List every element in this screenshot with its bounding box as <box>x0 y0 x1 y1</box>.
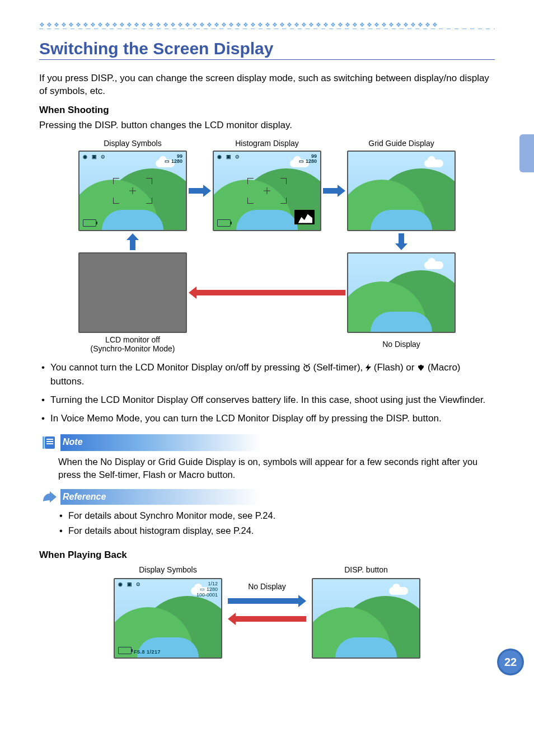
screen-playback-symbols: ◉ ▣ ⊙ 1/12 ▭ 1280 100-0001 F5.8 1/217 <box>114 578 222 659</box>
osd-file-number: 100-0001 <box>196 593 218 598</box>
caption-display-symbols: Display Symbols <box>104 139 161 148</box>
list-item: For details about histogram display, see… <box>58 524 495 537</box>
reference-icon <box>39 489 60 505</box>
caption-grid-guide: Grid Guide Display <box>368 139 434 148</box>
note-label: Note <box>60 434 261 451</box>
shooting-notes-list: You cannot turn the LCD Monitor Display … <box>39 361 495 425</box>
reference-callout: Reference <box>39 489 495 505</box>
flash-icon <box>366 363 371 375</box>
xref-link[interactable]: P.24 <box>255 510 273 520</box>
svg-marker-4 <box>189 287 345 299</box>
caption-disp-button: DISP. button <box>344 565 388 575</box>
caption-no-display: No Display <box>382 340 420 349</box>
when-shooting-lead: Pressing the DISP. button changes the LC… <box>39 119 495 132</box>
note-icon <box>39 434 60 451</box>
svg-marker-2 <box>127 233 139 250</box>
reference-list-block: For details about Synchro Monitor mode, … <box>58 509 495 537</box>
arrow-right-pb <box>228 595 306 609</box>
arrow-right-2 <box>323 185 345 197</box>
svg-marker-0 <box>189 185 211 197</box>
xref-link[interactable]: P.24 <box>233 525 251 536</box>
svg-rect-10 <box>46 443 53 444</box>
osd-size: 1280 <box>171 158 182 164</box>
page-number-badge: 22 <box>497 649 524 675</box>
caption-lcd-off: LCD monitor off (Synchro-Monitor Mode) <box>91 335 175 354</box>
svg-marker-6 <box>366 364 371 372</box>
note-text: When the No Display or Grid Guide Displa… <box>58 456 495 481</box>
list-item: You cannot turn the LCD Monitor Display … <box>39 361 495 388</box>
arrow-down <box>395 233 407 250</box>
arrow-up <box>127 233 139 250</box>
screen-lcd-off <box>78 252 187 333</box>
decorative-border <box>39 21 495 29</box>
when-playing-back-heading: When Playing Back <box>39 550 495 561</box>
svg-marker-1 <box>323 185 345 197</box>
title-underline <box>39 59 495 60</box>
shooting-diagram: Display Symbols Histogram Display Grid G… <box>39 139 495 354</box>
list-item: Turning the LCD Monitor Display Off cons… <box>39 394 495 407</box>
svg-rect-11 <box>43 436 44 449</box>
svg-marker-13 <box>228 613 306 625</box>
intro-paragraph: If you press DISP., you can change the s… <box>39 72 495 98</box>
list-item: For details about Synchro Monitor mode, … <box>58 509 495 522</box>
screen-grid-guide <box>347 151 456 231</box>
osd-playback-index: 1/12 <box>208 581 218 586</box>
chapter-side-tab <box>519 134 534 172</box>
svg-marker-12 <box>228 595 306 607</box>
when-shooting-heading: When Shooting <box>39 105 495 116</box>
screen-display-symbols: ◉ ▣ ⊙99▭ 1280 <box>78 151 187 231</box>
self-timer-icon <box>303 363 311 375</box>
macro-icon <box>417 363 425 375</box>
arrow-left-long <box>189 287 345 299</box>
manual-page: Switching the Screen Display If you pres… <box>0 0 534 681</box>
screen-histogram: ◉ ▣ ⊙99▭ 1280 <box>213 151 321 231</box>
screen-no-display <box>347 252 456 333</box>
histogram-icon <box>294 210 315 224</box>
playback-diagram: Display Symbols ◉ ▣ ⊙ 1/12 ▭ 1280 100-00… <box>39 565 495 659</box>
list-item: In Voice Memo Mode, you can turn the LCD… <box>39 412 495 425</box>
note-callout: Note <box>39 434 495 451</box>
svg-rect-7 <box>45 436 55 449</box>
svg-rect-8 <box>46 439 53 440</box>
caption-pb-nodisplay: No Display <box>248 582 286 591</box>
reference-label: Reference <box>60 489 261 505</box>
page-title: Switching the Screen Display <box>39 39 495 58</box>
screen-playback-nodisplay <box>312 578 420 659</box>
caption-histogram: Histogram Display <box>235 139 299 148</box>
svg-rect-9 <box>46 441 53 442</box>
arrow-left-pb <box>228 613 306 627</box>
arrow-right-1 <box>189 185 211 197</box>
osd-exposure: F5.8 1/217 <box>134 649 161 655</box>
caption-pb-symbols: Display Symbols <box>139 565 196 575</box>
svg-marker-3 <box>395 233 407 250</box>
